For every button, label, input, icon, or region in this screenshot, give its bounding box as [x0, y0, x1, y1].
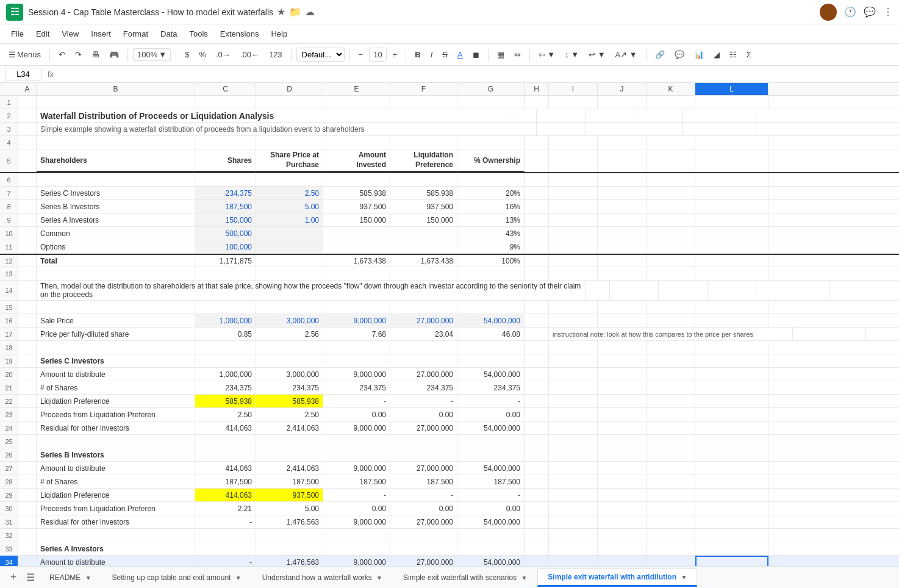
cell-h30[interactable] [525, 502, 549, 515]
cell-f20[interactable]: 27,000,000 [390, 368, 457, 381]
cell-j23[interactable] [598, 408, 646, 421]
cell-i15[interactable] [549, 301, 598, 314]
cell-c9[interactable]: 150,000 [195, 213, 256, 226]
cell-a4[interactable] [18, 136, 37, 149]
cell-l9[interactable] [695, 213, 768, 226]
cell-h11[interactable] [525, 240, 549, 253]
borders-button[interactable]: ▦ [493, 48, 508, 61]
highlight-color-button[interactable]: ◼ [469, 48, 483, 61]
cell-i34[interactable] [549, 556, 598, 566]
cell-b17[interactable]: Price per fully-diluted share [37, 328, 195, 340]
cell-h12[interactable] [525, 255, 549, 267]
cell-j10[interactable] [598, 227, 646, 240]
menu-extensions[interactable]: Extensions [215, 27, 264, 41]
cell-e6[interactable] [323, 173, 390, 186]
cell-l16[interactable] [695, 314, 768, 327]
cell-e31[interactable]: 9,000,000 [323, 515, 390, 528]
cell-b1[interactable] [37, 96, 195, 109]
cell-f7[interactable]: 585,938 [390, 187, 457, 199]
cell-d32[interactable] [256, 529, 323, 542]
cell-j11[interactable] [598, 240, 646, 253]
cell-a2[interactable] [18, 109, 37, 122]
cell-g1[interactable] [457, 96, 525, 109]
cell-d4[interactable] [256, 136, 323, 149]
cell-f4[interactable] [390, 136, 457, 149]
cell-b21[interactable]: # of Shares [37, 381, 195, 394]
folder-icon[interactable]: 📁 [289, 6, 301, 18]
cell-c26[interactable] [195, 448, 256, 461]
cell-j9[interactable] [598, 213, 646, 226]
cell-b27[interactable]: Amount to distribute [37, 462, 195, 475]
cloud-icon[interactable]: ☁ [305, 6, 315, 18]
strikethrough-button[interactable]: S [439, 48, 451, 61]
cell-l3[interactable] [683, 123, 756, 135]
cell-a31[interactable] [18, 515, 37, 528]
cell-l15[interactable] [695, 301, 768, 314]
cell-f16[interactable]: 27,000,000 [390, 314, 457, 327]
cell-f13[interactable] [390, 267, 457, 280]
cell-i31[interactable] [549, 515, 598, 528]
cell-a21[interactable] [18, 381, 37, 394]
history-icon[interactable]: 🕐 [844, 6, 856, 18]
col-header-h[interactable]: H [525, 83, 549, 95]
cell-g18[interactable] [457, 341, 525, 354]
cell-g6[interactable] [457, 173, 525, 186]
cell-k7[interactable] [646, 187, 695, 199]
cell-e22[interactable]: - [323, 395, 390, 407]
cell-a3[interactable] [18, 123, 37, 135]
cell-b4[interactable] [37, 136, 195, 149]
cell-e19[interactable] [323, 354, 390, 367]
cell-l5[interactable] [695, 149, 768, 172]
cell-h24[interactable] [525, 421, 549, 434]
cell-f18[interactable] [390, 341, 457, 354]
cell-d17[interactable]: 2.56 [256, 328, 323, 340]
cell-k26[interactable] [646, 448, 695, 461]
cell-g22[interactable]: - [457, 395, 525, 407]
cell-a23[interactable] [18, 408, 37, 421]
cell-c12[interactable]: 1,171,875 [195, 255, 256, 267]
cell-e13[interactable] [323, 267, 390, 280]
cell-l26[interactable] [695, 448, 768, 461]
cell-e16[interactable]: 9,000,000 [323, 314, 390, 327]
cell-c10[interactable]: 500,000 [195, 227, 256, 240]
comment-button[interactable]: 💬 [671, 48, 688, 61]
cell-d23[interactable]: 2.50 [256, 408, 323, 421]
cell-l27[interactable] [695, 462, 768, 475]
cell-k32[interactable] [646, 529, 695, 542]
cell-d30[interactable]: 5.00 [256, 502, 323, 515]
cell-a30[interactable] [18, 502, 37, 515]
cell-a28[interactable] [18, 475, 37, 488]
cell-d19[interactable] [256, 354, 323, 367]
cell-g10[interactable]: 43% [457, 227, 525, 240]
cell-e33[interactable] [323, 542, 390, 555]
sheets-button[interactable]: ☷ [726, 48, 740, 61]
font-select[interactable]: Defaul... [296, 48, 345, 62]
sheets-menu-button[interactable]: ☰ [22, 569, 39, 586]
cell-g33[interactable] [457, 542, 525, 555]
cell-f9[interactable]: 150,000 [390, 213, 457, 226]
cell-i5[interactable] [549, 149, 598, 172]
cell-h22[interactable] [525, 395, 549, 407]
cell-i23[interactable] [549, 408, 598, 421]
cell-j5[interactable] [598, 149, 646, 172]
cell-d13[interactable] [256, 267, 323, 280]
cell-b9[interactable]: Series A Investors [37, 213, 195, 226]
cell-c32[interactable] [195, 529, 256, 542]
cell-e11[interactable] [323, 240, 390, 253]
cell-h21[interactable] [525, 381, 549, 394]
merge-cells-button[interactable]: ⇔ [510, 48, 525, 61]
cell-b2-title[interactable]: Waterfall Distribution of Proceeds or Li… [37, 109, 512, 122]
cell-reference[interactable]: L34 [5, 68, 41, 81]
cell-c33[interactable] [195, 542, 256, 555]
cell-l17[interactable] [793, 328, 866, 340]
cell-l8[interactable] [695, 200, 768, 213]
cell-g27[interactable]: 54,000,000 [457, 462, 525, 475]
cell-l30[interactable] [695, 502, 768, 515]
cell-g11[interactable]: 9% [457, 240, 525, 253]
cell-g4[interactable] [457, 136, 525, 149]
tab-setting-up[interactable]: Setting up cap table and exit amount ▼ [102, 569, 252, 586]
cell-g5[interactable]: % Ownership [457, 149, 525, 172]
cell-b23[interactable]: Proceeds from Liquidation Preferen [37, 408, 195, 421]
cell-j16[interactable] [598, 314, 646, 327]
cell-d18[interactable] [256, 341, 323, 354]
